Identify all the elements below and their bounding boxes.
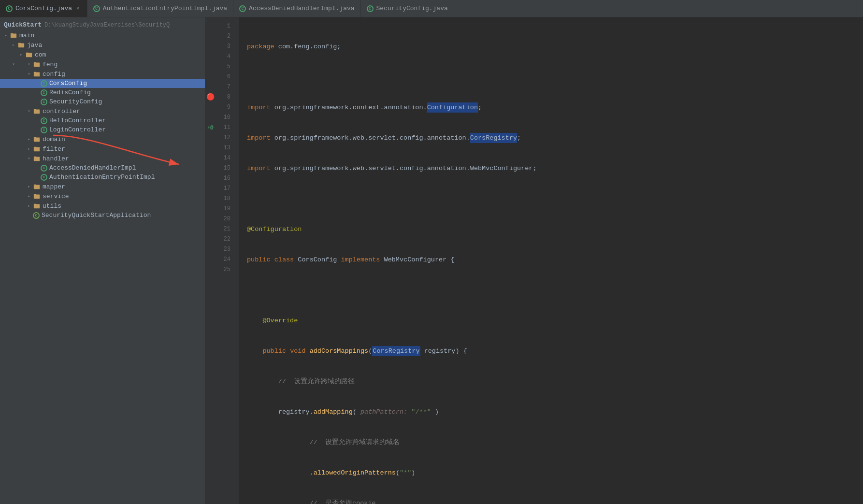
code-editor[interactable]: 🔴 ⚡@ 1 2 xyxy=(205,17,863,504)
tab-cors-label: CorsConfig.java xyxy=(15,5,72,12)
gutter-17 xyxy=(205,184,215,194)
tree-label-com: com xyxy=(35,51,46,58)
code-line-4: import org.springframework.web.servlet.c… xyxy=(247,133,855,143)
tree-item-service[interactable]: service xyxy=(0,191,205,201)
tree-item-logincontroller[interactable]: C LoginController xyxy=(0,125,205,134)
tree-arrow-service xyxy=(25,193,33,199)
code-line-8: public class CorsConfig implements WebMv… xyxy=(247,255,855,265)
ln-22: 22 xyxy=(215,234,234,245)
tree-label-main: main xyxy=(19,32,34,39)
ln-5: 5 xyxy=(215,62,234,72)
tree-item-config[interactable]: config xyxy=(0,69,205,79)
gutter-14 xyxy=(205,153,215,163)
tree-item-com[interactable]: com xyxy=(0,50,205,59)
tree-item-securityconfig[interactable]: C SecurityConfig xyxy=(0,97,205,106)
tree-label-redisconfig: RedisConfig xyxy=(49,89,91,96)
tree-label-login: LoginController xyxy=(49,126,106,133)
svg-rect-23 xyxy=(34,204,36,205)
svg-rect-1 xyxy=(11,33,13,34)
gutter-20 xyxy=(205,214,215,224)
ln-4: 4 xyxy=(215,52,234,62)
ln-9: 9 xyxy=(215,102,234,113)
code-line-15: .allowedOriginPatterns("*") xyxy=(247,468,855,478)
tab-access-label: AccessDeniedHandlerImpl.java xyxy=(249,5,354,12)
tree-label-config: config xyxy=(43,71,65,78)
gutter-22 xyxy=(205,234,215,245)
folder-icon-controller xyxy=(33,107,41,115)
ln-12: 12 xyxy=(215,133,234,143)
ln-19: 19 xyxy=(215,204,234,214)
gutter-15 xyxy=(205,163,215,173)
svg-rect-8 xyxy=(34,72,40,77)
tab-auth-label: AuthenticationEntryPointImpl.java xyxy=(103,5,227,12)
ln-23: 23 xyxy=(215,245,234,255)
tree-item-authentry[interactable]: C AuthenticationEntryPointImpl xyxy=(0,173,205,182)
ln-24: 24 xyxy=(215,255,234,265)
gutter-4 xyxy=(205,52,215,62)
tree-item-domain[interactable]: domain xyxy=(0,134,205,144)
tree-item-accessdenied[interactable]: C AccessDeniedHandlerImpl xyxy=(0,163,205,173)
tree-item-appclass[interactable]: C SecurityQuickStartApplication xyxy=(0,211,205,220)
tree-item-utils[interactable]: utils xyxy=(0,201,205,211)
svg-rect-14 xyxy=(34,147,40,152)
ln-18: 18 xyxy=(215,194,234,204)
tree-label-controller: controller xyxy=(43,108,80,115)
gutter-3 xyxy=(205,42,215,52)
tree-arrow-utils xyxy=(25,203,33,209)
code-line-13: registry.addMapping( pathPattern: "/**" … xyxy=(247,407,855,417)
tab-cors-close[interactable]: × xyxy=(75,5,81,12)
svg-rect-22 xyxy=(34,204,40,209)
tree-item-mapper[interactable]: mapper xyxy=(0,182,205,191)
code-line-16: // 是否允许cookie xyxy=(247,498,855,504)
folder-icon-filter xyxy=(33,145,41,153)
tree-label-accessdenied: AccessDeniedHandlerImpl xyxy=(49,164,136,172)
tree-label-corsconfig: CorsConfig xyxy=(49,80,87,87)
ln-15: 15 xyxy=(215,163,234,173)
svg-rect-21 xyxy=(34,194,36,195)
code-line-9 xyxy=(247,285,855,295)
ln-10: 10 xyxy=(215,113,234,123)
tab-security[interactable]: C SecurityConfig.java xyxy=(361,0,454,17)
tree-label-domain: domain xyxy=(43,136,65,143)
gutter-9 xyxy=(205,102,215,113)
gutter-13 xyxy=(205,143,215,153)
class-icon-accessdenied: C xyxy=(41,165,47,172)
tree-item-hellocontroller[interactable]: C HelloController xyxy=(0,116,205,125)
tree-item-feng[interactable]: feng xyxy=(0,59,205,69)
ln-7: 7 xyxy=(215,82,234,92)
sidebar[interactable]: QuickStart D:\kuangStudyJavaExercises\Se… xyxy=(0,17,205,504)
tree-item-java[interactable]: java xyxy=(0,40,205,50)
tree-arrow-filter xyxy=(25,146,33,152)
tree-item-main[interactable]: main xyxy=(0,30,205,40)
main-area: QuickStart D:\kuangStudyJavaExercises\Se… xyxy=(0,17,863,504)
class-icon-login: C xyxy=(41,127,47,133)
project-name: QuickStart xyxy=(4,21,42,29)
tree-label-securityconfig: SecurityConfig xyxy=(49,98,102,105)
class-icon-access: C xyxy=(239,5,246,12)
tree-arrow-feng xyxy=(10,61,17,67)
tree-item-handler[interactable]: handler xyxy=(0,154,205,163)
ln-16: 16 xyxy=(215,173,234,184)
tab-cors[interactable]: C CorsConfig.java × xyxy=(0,0,87,17)
tree-item-controller[interactable]: controller xyxy=(0,106,205,116)
code-line-6 xyxy=(247,194,855,204)
tab-auth[interactable]: C AuthenticationEntryPointImpl.java xyxy=(87,0,233,17)
folder-icon-feng xyxy=(33,60,41,68)
ln-3: 3 xyxy=(215,42,234,52)
tree-label-java: java xyxy=(27,42,42,49)
tree-item-corsconfig[interactable]: C CorsConfig xyxy=(0,79,205,88)
code-area: 🔴 ⚡@ 1 2 xyxy=(205,17,863,504)
code-content[interactable]: package com.feng.config; import org.spri… xyxy=(239,17,863,504)
tree-label-appclass: SecurityQuickStartApplication xyxy=(42,212,151,219)
ln-8: 8 xyxy=(215,92,234,102)
code-line-1: package com.feng.config; xyxy=(247,42,855,52)
gutter-10 xyxy=(205,113,215,123)
class-icon-cors: C xyxy=(6,5,13,12)
tree-item-redisconfig[interactable]: C RedisConfig xyxy=(0,88,205,97)
line-numbers: 1 2 3 4 5 6 7 8 9 10 11 12 13 14 15 16 1… xyxy=(215,17,239,504)
svg-rect-0 xyxy=(11,34,16,38)
gutter-1 xyxy=(205,21,215,31)
tree-arrow-mapper xyxy=(25,184,33,189)
tree-item-filter[interactable]: filter xyxy=(0,144,205,154)
tab-access[interactable]: C AccessDeniedHandlerImpl.java xyxy=(233,0,360,17)
